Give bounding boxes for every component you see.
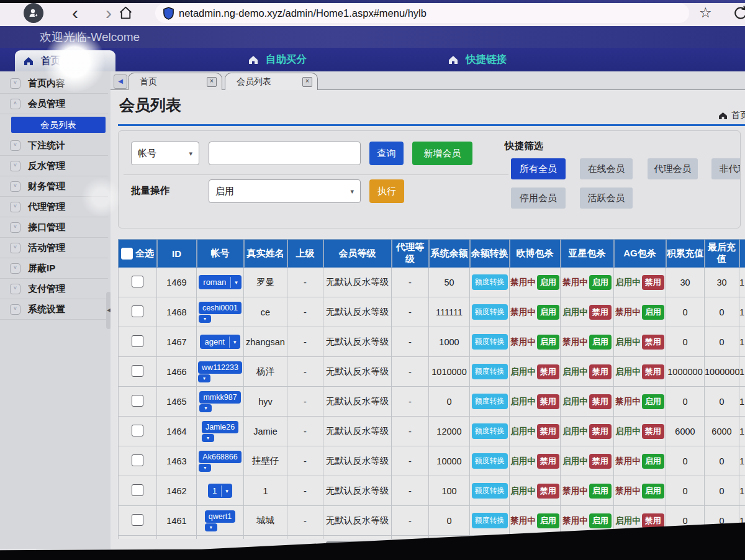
- breadcrumb-label[interactable]: 首页: [731, 110, 745, 121]
- disable-button[interactable]: 禁用: [537, 394, 559, 409]
- sidebar-item-屏蔽IP[interactable]: ˅屏蔽IP: [0, 258, 108, 279]
- sidebar-item-下注统计[interactable]: ˅下注统计: [0, 135, 108, 156]
- row-checkbox[interactable]: [132, 305, 143, 317]
- url-text[interactable]: netadmin.ng-demo.xyz/admin/Home1.aspx#me…: [179, 7, 427, 19]
- add-member-button[interactable]: 新增会员: [412, 142, 472, 165]
- transfer-button[interactable]: 额度转换: [472, 274, 508, 290]
- sidebar-item-会员管理[interactable]: ˄会员管理: [0, 94, 108, 114]
- account-badge[interactable]: ceshi0001▾: [199, 302, 242, 323]
- enable-button[interactable]: 启用: [589, 335, 612, 350]
- transfer-button[interactable]: 额度转换: [472, 334, 508, 350]
- disable-button[interactable]: 禁用: [589, 424, 612, 439]
- close-tab-icon[interactable]: ×: [207, 77, 217, 87]
- disable-button[interactable]: 禁用: [642, 364, 664, 379]
- quick-filter-停用会员[interactable]: 停用会员: [511, 187, 566, 209]
- disable-button[interactable]: 禁用: [589, 305, 612, 320]
- row-checkbox[interactable]: [132, 425, 143, 436]
- profile-avatar-icon[interactable]: [24, 3, 43, 23]
- page-tab-home[interactable]: 首页 ×: [128, 73, 222, 90]
- enable-button[interactable]: 启用: [537, 305, 559, 320]
- account-badge[interactable]: 1▾: [208, 484, 232, 498]
- disable-button[interactable]: 禁用: [537, 364, 559, 379]
- account-badge[interactable]: Ak668866▾: [199, 451, 241, 472]
- row-checkbox[interactable]: [132, 365, 143, 377]
- account-dropdown-icon[interactable]: ▾: [198, 374, 210, 382]
- enable-button[interactable]: 启用: [642, 454, 664, 469]
- quick-filter-在线会员[interactable]: 在线会员: [580, 158, 633, 179]
- search-field-select[interactable]: 帐号 ▾: [131, 142, 199, 165]
- refresh-icon[interactable]: [733, 5, 745, 21]
- sidebar-item-支付管理[interactable]: ˅支付管理: [0, 279, 108, 299]
- bookmark-star-icon[interactable]: ☆: [699, 4, 712, 21]
- sidebar-subitem-会员列表[interactable]: 会员列表: [11, 117, 106, 133]
- home-button[interactable]: [118, 5, 133, 20]
- enable-button[interactable]: 启用: [642, 484, 664, 499]
- disable-button[interactable]: 禁用: [589, 394, 612, 409]
- account-badge[interactable]: ww112233▾: [198, 361, 242, 382]
- disable-button[interactable]: 禁用: [642, 513, 664, 528]
- row-checkbox[interactable]: [132, 276, 143, 287]
- account-dropdown-icon[interactable]: ▾: [199, 315, 211, 323]
- row-checkbox[interactable]: [132, 454, 143, 466]
- select-all-checkbox[interactable]: [121, 248, 133, 260]
- enable-button[interactable]: 启用: [537, 275, 559, 290]
- sidebar-item-财务管理[interactable]: ˅财务管理: [0, 176, 108, 197]
- nav-tab-home[interactable]: 首页: [15, 50, 115, 71]
- transfer-button[interactable]: 额度转换: [472, 483, 508, 499]
- disable-button[interactable]: 禁用: [537, 424, 559, 439]
- enable-button[interactable]: 启用: [537, 335, 559, 350]
- account-dropdown-icon[interactable]: ▾: [221, 485, 232, 497]
- quick-filter-非代理会员[interactable]: 非代理会员: [711, 158, 741, 179]
- forward-button[interactable]: ›: [106, 1, 112, 25]
- enable-button[interactable]: 启用: [537, 513, 559, 528]
- account-dropdown-icon[interactable]: ▾: [199, 464, 211, 472]
- account-badge[interactable]: Jamie26▾: [202, 421, 238, 442]
- account-dropdown-icon[interactable]: ▾: [230, 277, 242, 288]
- account-badge[interactable]: agent▾: [200, 335, 240, 349]
- sidebar-item-代理管理[interactable]: ˅代理管理: [0, 197, 108, 217]
- enable-button[interactable]: 启用: [589, 513, 612, 528]
- row-checkbox[interactable]: [132, 514, 143, 526]
- account-dropdown-icon[interactable]: ▾: [229, 336, 240, 348]
- quick-filter-活跃会员[interactable]: 活跃会员: [580, 187, 633, 209]
- account-badge[interactable]: qwert1▾: [205, 510, 236, 531]
- disable-button[interactable]: 禁用: [642, 335, 664, 350]
- sidebar-item-接口管理[interactable]: ˅接口管理: [0, 217, 108, 238]
- disable-button[interactable]: 禁用: [589, 364, 612, 379]
- enable-button[interactable]: 启用: [642, 305, 664, 320]
- transfer-button[interactable]: 额度转换: [472, 453, 508, 469]
- nav-tab-self-buy[interactable]: 自助买分: [248, 48, 307, 71]
- account-dropdown-icon[interactable]: ▾: [202, 434, 214, 442]
- quick-filter-所有全员[interactable]: 所有全员: [511, 158, 566, 179]
- sidebar-item-首页内容[interactable]: ˅首页内容: [0, 73, 108, 94]
- query-button[interactable]: 查询: [369, 142, 404, 165]
- back-button[interactable]: ‹: [72, 1, 78, 25]
- enable-button[interactable]: 启用: [589, 275, 612, 290]
- disable-button[interactable]: 禁用: [642, 424, 664, 439]
- account-badge[interactable]: mmkk987▾: [199, 391, 240, 412]
- disable-button[interactable]: 禁用: [589, 454, 612, 469]
- security-shield-icon[interactable]: [163, 7, 174, 20]
- transfer-button[interactable]: 额度转换: [472, 304, 508, 320]
- enable-button[interactable]: 启用: [642, 394, 664, 409]
- transfer-button[interactable]: 额度转换: [472, 423, 508, 439]
- quick-filter-代理会员[interactable]: 代理会员: [648, 158, 698, 179]
- sidebar-item-系统设置[interactable]: ˅系统设置: [0, 299, 108, 320]
- batch-action-select[interactable]: 启用 ▾: [209, 179, 361, 203]
- tab-scroll-left-button[interactable]: ◀: [114, 75, 127, 89]
- nav-tab-quick-links[interactable]: 快捷链接: [448, 48, 507, 71]
- transfer-button[interactable]: 额度转换: [472, 364, 508, 379]
- enable-button[interactable]: 启用: [589, 484, 612, 499]
- search-input[interactable]: [209, 142, 361, 165]
- address-bar[interactable]: netadmin.ng-demo.xyz/admin/Home1.aspx#me…: [155, 3, 689, 23]
- disable-button[interactable]: 禁用: [537, 484, 559, 499]
- disable-button[interactable]: 禁用: [537, 454, 559, 469]
- row-checkbox[interactable]: [132, 335, 143, 347]
- execute-button[interactable]: 执行: [369, 179, 404, 203]
- sidebar-item-活动管理[interactable]: ˅活动管理: [0, 238, 108, 258]
- account-dropdown-icon[interactable]: ▾: [199, 404, 212, 412]
- transfer-button[interactable]: 额度转换: [472, 513, 508, 528]
- transfer-button[interactable]: 额度转换: [472, 394, 508, 409]
- row-checkbox[interactable]: [132, 484, 143, 496]
- close-tab-icon[interactable]: ×: [302, 77, 312, 87]
